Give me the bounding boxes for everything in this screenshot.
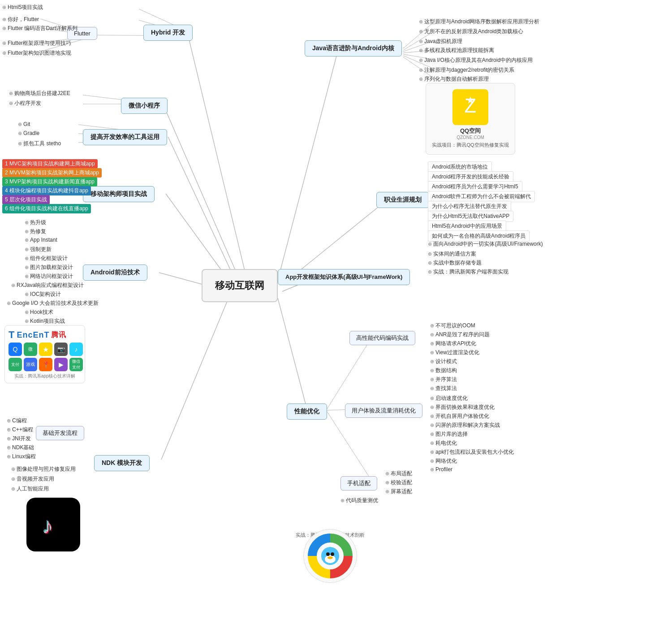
svg-line-29 xyxy=(327,341,370,409)
leaf-code-quality: 代码质量测优 xyxy=(340,497,378,504)
leaf-boot: 开机自屏用户体验优化 xyxy=(430,412,489,420)
leaf-apk: apk打包流程以及安装包大小优化 xyxy=(430,448,514,456)
leaf-c: C编程 xyxy=(7,417,27,425)
android-frontier-branch: Android前沿技术 xyxy=(83,265,147,281)
leaf-force-update: 强制更新 xyxy=(25,246,52,253)
leaf-rxjava: RXJava响应式编程框架设计 xyxy=(11,282,84,289)
leaf-java1: 这型原理与Android网络序数据解析应用原理分析 xyxy=(419,18,539,26)
leaf-ui-switch: 界面切换效果和速度优化 xyxy=(430,404,495,411)
arch-item-3: 3 MVP架构项目实战构建新闻直播app xyxy=(2,177,97,187)
leaf-oom: 不可思议的OOM xyxy=(430,322,475,330)
leaf-search: 查找算法 xyxy=(430,385,457,392)
basic-dev-branch: 基础开发流程 xyxy=(36,426,84,440)
qq-news-logo xyxy=(303,529,357,583)
leaf-screen-adapt: 屏幕适配 xyxy=(385,488,412,495)
arch-item-6: 6 组件化项目实战构建在线直播app xyxy=(2,204,91,213)
tools-branch: 提高开发效率的工具运用 xyxy=(83,129,167,145)
leaf-layout-adapt: 布局适配 xyxy=(385,470,412,477)
leaf-career12: 实战：腾讯新闻客户端界面实现 xyxy=(428,268,508,276)
leaf-java2: 无所不在的反射原理及Android类加载核心 xyxy=(419,28,523,35)
tiktok-logo: ♪ ♪ ♪ xyxy=(26,498,80,551)
mindmap-container: 移动互联网 Hybrid 开发 Flutter Html5项目实战 你好，Flu… xyxy=(0,0,672,625)
perf-opt-branch: 性能优化 xyxy=(287,404,327,420)
leaf-app-instant: App Instant xyxy=(25,237,57,243)
leaf-splash: 闪屏的原理和解决方案实战 xyxy=(430,421,500,429)
leaf-flutter-dart: Flutter 编码语言Dart详解系列 xyxy=(2,25,78,32)
center-node: 移动互联网 xyxy=(202,269,278,302)
leaf-career10: 实体间的通信方案 xyxy=(428,250,476,258)
arch-item-2: 2 MVVM架构项目实战架构网上商城app xyxy=(2,168,102,178)
leaf-java6: 注解原理与dagger2/retrofit的密切关系 xyxy=(419,66,514,74)
tiktok-section: ♪ ♪ ♪ 实战：抖音app项目实战 xyxy=(27,498,79,507)
leaf-network-opt: 网络优化 xyxy=(430,457,457,465)
leaf-profiler: Profiler xyxy=(430,466,452,473)
qq-space-box: Z ★ QQ空间 QZONE.COM 实战项目：腾讯QQ空间热修复实现 xyxy=(426,83,515,155)
svg-line-6 xyxy=(278,49,338,280)
leaf-java4: 多线程及线程池原理技能拆离 xyxy=(419,47,494,54)
svg-text:★: ★ xyxy=(466,95,475,106)
hybrid-branch: Hybrid 开发 xyxy=(143,25,193,41)
leaf-flutter-framework: Flutter框架原理与使用技巧 xyxy=(2,39,71,47)
leaf-view-render: View过渡渲染优化 xyxy=(430,349,479,356)
leaf-startup: 启动速度优化 xyxy=(430,395,468,402)
leaf-api-opt: 网络请求API优化 xyxy=(430,340,476,347)
high-perf-branch: 高性能代码编码实战 xyxy=(349,331,415,345)
leaf-flutter-arch: Flutter架构知识图谱地实现 xyxy=(2,49,71,57)
leaf-verify-adapt: 校验适配 xyxy=(385,479,412,486)
leaf-html5: Html5项目实战 xyxy=(2,4,43,11)
svg-line-1 xyxy=(164,105,240,280)
leaf-java3: Java虚拟机原理 xyxy=(419,38,462,45)
leaf-image-loader: 图片加载框架设计 xyxy=(25,264,73,271)
mobile-arch-branch: 移动架构师项目实战 xyxy=(83,186,155,202)
leaf-hot-fix: 热修复 xyxy=(25,228,46,235)
adapt-branch: 手机适配 xyxy=(340,476,377,490)
leaf-kotlin: Kotlin项目实战 xyxy=(25,317,65,325)
svg-line-2 xyxy=(168,137,237,285)
ndk-branch: NDK 模块开发 xyxy=(94,455,150,471)
leaf-hook: Hook技术 xyxy=(25,308,53,316)
leaf-video: 音视频开发应用 xyxy=(11,475,54,483)
svg-line-0 xyxy=(188,36,249,287)
leaf-design-pattern: 设计模式 xyxy=(430,358,457,365)
leaf-hot-upgrade: 热升级 xyxy=(25,219,46,226)
wechat-mini-branch: 微信小程序 xyxy=(121,98,168,114)
leaf-img-lib: 图片库的选择 xyxy=(430,430,468,438)
leaf-stetho: 抓包工具 stetho xyxy=(18,140,61,148)
leaf-j2ee: 购物商场后台搭建J2EE xyxy=(9,90,70,97)
arch-item-5: 5 层次化项目实战 xyxy=(2,195,50,204)
leaf-linux: Linux编程 xyxy=(7,453,36,460)
java-android-branch: Java语言进阶与Android内核 xyxy=(305,40,402,56)
arch-item-4: 4 模块化编程项目实战构建抖音app xyxy=(2,186,91,195)
tencent-caption: 实战：腾讯系app核心技术详解 xyxy=(9,373,81,379)
user-exp-branch: 用户体验及流量消耗优化 xyxy=(345,404,422,418)
svg-text:♪: ♪ xyxy=(43,514,54,539)
qq-caption: 实战项目：腾讯QQ空间热修复实现 xyxy=(432,142,508,148)
qq-space-logo: Z ★ xyxy=(452,89,488,125)
leaf-image-proc: 图像处理与照片修复应用 xyxy=(11,465,76,473)
qq-news-section: 实战：腾讯新闻客户端技术剖析 xyxy=(296,529,365,538)
leaf-mini-dev: 小程序开发 xyxy=(9,100,41,107)
leaf-battery: 耗电优化 xyxy=(430,439,457,447)
leaf-ai: 人工智能应用 xyxy=(11,485,49,493)
svg-point-40 xyxy=(326,552,330,556)
leaf-ndk: NDK基础 xyxy=(7,444,34,451)
leaf-flutter-hello: 你好，Flutter xyxy=(2,16,39,23)
leaf-java5: Java I/O核心原理及其在Android中的内核应用 xyxy=(419,56,533,64)
app-framework-branch: App开发框架知识体系(高级UI与FrameWork) xyxy=(278,269,410,285)
leaf-cpp: C++编程 xyxy=(7,426,33,434)
arch-item-1: 1 MVC架构项目实战构建网上商城app xyxy=(2,159,98,169)
leaf-data-struct: 数据结构 xyxy=(430,367,457,374)
leaf-git: Git xyxy=(18,121,30,127)
svg-line-31 xyxy=(327,412,370,477)
leaf-network-design: 网络访问框架设计 xyxy=(25,273,73,280)
svg-point-42 xyxy=(327,556,333,559)
leaf-gradle: Gradle xyxy=(18,130,39,136)
tencent-box: T EncEnT 腾讯 Q 微 ★ 📷 ♪ 支付 游戏 📍 ▶ 微信支付 xyxy=(4,325,85,383)
svg-point-41 xyxy=(331,552,334,556)
svg-line-9 xyxy=(278,298,307,409)
leaf-jni: JNI开发 xyxy=(7,435,31,443)
svg-line-5 xyxy=(161,298,228,460)
leaf-google-io: Google I/O 大会前沿技术及技术更新 xyxy=(7,299,99,307)
leaf-component-design: 组件化框架设计 xyxy=(25,255,68,262)
career-branch: 职业生涯规划 xyxy=(376,192,429,208)
